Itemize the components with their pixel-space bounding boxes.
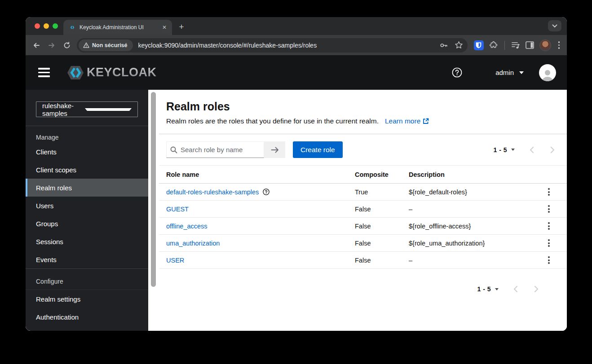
warning-icon bbox=[83, 42, 89, 48]
search-icon bbox=[170, 146, 177, 153]
browser-tab-strip: Keycloak Administration UI ✕ + bbox=[26, 17, 567, 35]
nav-toggle-icon[interactable] bbox=[38, 68, 50, 77]
sidebar-item-client-scopes[interactable]: Client scopes bbox=[26, 161, 148, 179]
new-tab-button[interactable]: + bbox=[175, 20, 188, 34]
close-window-button[interactable] bbox=[35, 23, 40, 29]
sidebar-item-authentication[interactable]: Authentication bbox=[26, 308, 148, 326]
forward-icon[interactable] bbox=[44, 38, 59, 53]
site-security-chip[interactable]: Non sécurisé bbox=[79, 39, 133, 51]
pagination-options-caret-icon[interactable] bbox=[511, 149, 515, 151]
previous-page-icon[interactable] bbox=[510, 284, 521, 294]
username-label: admin bbox=[495, 69, 514, 76]
browser-extensions-area bbox=[471, 39, 562, 51]
keycloak-hexagon-icon bbox=[65, 62, 86, 83]
create-role-button[interactable]: Create role bbox=[293, 141, 343, 158]
window-controls bbox=[26, 17, 63, 35]
col-composite: Composite bbox=[355, 171, 409, 178]
pagination-range: 1 - 5 bbox=[493, 146, 507, 153]
masthead-actions: admin bbox=[452, 64, 556, 81]
row-actions-kebab-icon[interactable] bbox=[544, 186, 553, 197]
close-tab-icon[interactable]: ✕ bbox=[161, 24, 168, 31]
user-avatar[interactable] bbox=[539, 64, 556, 81]
fullscreen-window-button[interactable] bbox=[53, 23, 58, 29]
page-scrollbar[interactable] bbox=[148, 90, 159, 331]
col-description: Description bbox=[409, 171, 538, 178]
back-icon[interactable] bbox=[29, 38, 44, 53]
search-group bbox=[166, 141, 285, 158]
realm-selector-dropdown[interactable]: ruleshake-samples bbox=[36, 101, 138, 117]
address-bar[interactable]: Non sécurisé keycloak:9090/admin/master/… bbox=[77, 38, 468, 53]
browser-menu-icon[interactable] bbox=[557, 41, 562, 49]
sidebar-item-realm-roles[interactable]: Realm roles bbox=[26, 179, 148, 197]
search-submit-button[interactable] bbox=[264, 141, 285, 158]
pagination-top: 1 - 5 bbox=[493, 145, 558, 155]
side-panel-icon[interactable] bbox=[526, 41, 534, 49]
keycloak-logo[interactable]: KEYCLOAK bbox=[65, 62, 157, 83]
row-actions-kebab-icon[interactable] bbox=[544, 237, 553, 249]
learn-more-link[interactable]: Learn more bbox=[385, 117, 429, 125]
main-content: Realm roles Realm roles are the roles th… bbox=[159, 90, 567, 331]
page-header: Realm roles Realm roles are the roles th… bbox=[159, 90, 567, 125]
scrollbar-thumb[interactable] bbox=[151, 92, 156, 287]
bitwarden-extension-icon[interactable] bbox=[474, 40, 484, 50]
pagination-options-caret-icon[interactable] bbox=[495, 288, 499, 290]
password-key-icon[interactable] bbox=[439, 41, 448, 50]
table-row: default-roles-ruleshake-samples True ${r… bbox=[159, 184, 567, 201]
next-page-icon[interactable] bbox=[531, 284, 542, 294]
sidebar-item-events[interactable]: Events bbox=[26, 250, 148, 268]
page-body: ruleshake-samples Manage Clients Client … bbox=[26, 90, 567, 331]
url-text: keycloak:9090/admin/master/console/#/rul… bbox=[138, 42, 436, 49]
role-link[interactable]: uma_authorization bbox=[166, 240, 220, 247]
row-actions-kebab-icon[interactable] bbox=[544, 254, 553, 266]
desktop-background: Keycloak Administration UI ✕ + bbox=[0, 0, 592, 364]
keycloak-favicon-icon bbox=[69, 24, 76, 31]
page-title: Realm roles bbox=[166, 100, 556, 113]
extensions-puzzle-icon[interactable] bbox=[489, 41, 498, 50]
help-icon[interactable] bbox=[452, 67, 462, 78]
sidebar-item-clients[interactable]: Clients bbox=[26, 143, 148, 161]
previous-page-icon[interactable] bbox=[526, 145, 537, 155]
tab-search-button[interactable] bbox=[548, 20, 561, 31]
pagination-range: 1 - 5 bbox=[477, 285, 491, 293]
external-link-icon bbox=[423, 118, 429, 124]
search-input[interactable] bbox=[181, 146, 260, 153]
security-chip-label: Non sécurisé bbox=[92, 42, 128, 48]
sidebar-nav: ruleshake-samples Manage Clients Client … bbox=[26, 90, 148, 331]
sidebar-item-sessions[interactable]: Sessions bbox=[26, 232, 148, 250]
table-row: GUEST False – bbox=[159, 201, 567, 218]
table-row: offline_access False ${role_offline-acce… bbox=[159, 218, 567, 235]
next-page-icon[interactable] bbox=[547, 145, 558, 155]
bookmark-star-icon[interactable] bbox=[455, 41, 463, 49]
row-actions-kebab-icon[interactable] bbox=[544, 203, 553, 215]
role-link[interactable]: GUEST bbox=[166, 206, 189, 213]
roles-toolbar: Create role 1 - 5 bbox=[159, 134, 567, 165]
table-row: USER False – bbox=[159, 252, 567, 269]
sidebar-section-configure: Configure bbox=[26, 269, 148, 289]
pagination-bottom: 1 - 5 bbox=[477, 284, 542, 294]
table-row: uma_authorization False ${role_uma_autho… bbox=[159, 235, 567, 252]
browser-profile-avatar[interactable] bbox=[539, 39, 551, 51]
help-circle-icon[interactable] bbox=[263, 189, 269, 195]
browser-window: Keycloak Administration UI ✕ + bbox=[26, 17, 567, 331]
pagination-bottom-row: 1 - 5 bbox=[159, 269, 567, 294]
row-actions-kebab-icon[interactable] bbox=[544, 220, 553, 232]
sidebar-section-manage: Manage bbox=[26, 126, 148, 143]
role-link[interactable]: offline_access bbox=[166, 223, 208, 230]
minimize-window-button[interactable] bbox=[44, 23, 49, 29]
search-input-wrap bbox=[166, 141, 264, 158]
brand-text: KEYCLOAK bbox=[87, 66, 157, 79]
sidebar-item-users[interactable]: Users bbox=[26, 197, 148, 215]
reload-icon[interactable] bbox=[60, 38, 74, 53]
page-description: Realm roles are the roles that you defin… bbox=[166, 117, 556, 125]
omnibox-actions bbox=[436, 41, 463, 50]
browser-tab[interactable]: Keycloak Administration UI ✕ bbox=[63, 20, 172, 35]
tab-title: Keycloak Administration UI bbox=[80, 24, 158, 31]
role-link[interactable]: default-roles-ruleshake-samples bbox=[166, 189, 259, 196]
user-menu-dropdown[interactable]: admin bbox=[495, 69, 524, 76]
realm-selector-value: ruleshake-samples bbox=[42, 102, 85, 117]
chevron-down-icon bbox=[85, 108, 132, 111]
media-controls-icon[interactable] bbox=[511, 41, 520, 49]
sidebar-item-groups[interactable]: Groups bbox=[26, 215, 148, 232]
role-link[interactable]: USER bbox=[166, 257, 184, 264]
sidebar-item-realm-settings[interactable]: Realm settings bbox=[26, 290, 148, 308]
